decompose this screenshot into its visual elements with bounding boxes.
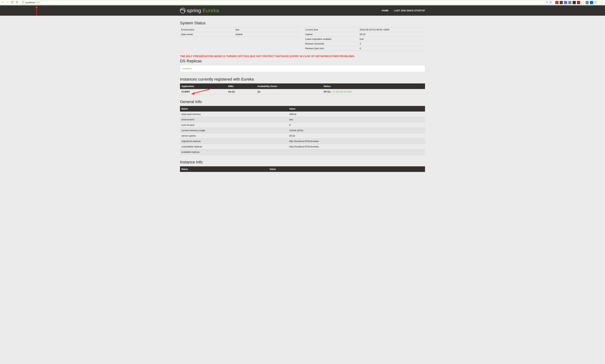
table-row: unavailable-replicashttp://localhost:876…	[180, 144, 425, 149]
svg-point-1	[546, 1, 548, 2]
table-row: CLIENT n/a (1) (1) UP (1) - 10.160.85.16…	[180, 89, 425, 94]
brand-text-spring: spring	[187, 8, 201, 13]
general-info-table: Name Value total-avail-memory495mbenviro…	[180, 106, 425, 155]
browser-chrome-bar: localhost:8761 ⋮	[0, 0, 605, 5]
table-row: total-avail-memory495mb	[180, 112, 425, 117]
th-status: Status	[322, 83, 425, 89]
ext-icon[interactable]	[568, 1, 571, 4]
th-application: Application	[180, 83, 226, 89]
spring-logo-icon	[180, 8, 185, 13]
status-value: test	[234, 27, 301, 32]
table-row: available-replicas	[180, 149, 425, 155]
heading-instance-info: Instance Info	[180, 160, 425, 165]
system-status-left-table: EnvironmenttestData centerdefault	[180, 27, 301, 37]
annotation-arrow	[34, 5, 39, 16]
heading-system-status: System Status	[180, 21, 425, 26]
status-value: true	[359, 37, 425, 41]
cell-value: 495mb	[288, 112, 425, 117]
cell-amis: n/a (1)	[226, 89, 256, 94]
cell-name: environment	[180, 117, 288, 122]
ext-icon[interactable]	[581, 1, 584, 4]
status-value: 2018-06-02T15:48:09 +0800	[359, 27, 425, 32]
cell-name: num-of-cpus	[180, 122, 288, 128]
bookmark-star-icon[interactable]	[549, 1, 552, 4]
address-bar[interactable]: localhost:8761	[21, 0, 553, 4]
table-row: num-of-cpus8	[180, 122, 425, 128]
status-key: Uptime	[304, 32, 359, 37]
heading-ds-replicas: DS Replicas	[180, 59, 425, 64]
cell-value: test	[288, 117, 425, 122]
ds-replicas-box: localhost	[180, 65, 425, 72]
nav-last-1000[interactable]: LAST 1000 SINCE STARTUP	[394, 9, 425, 12]
reload-icon[interactable]	[11, 1, 14, 4]
th-zones: Availability Zones	[256, 83, 322, 89]
self-preservation-warning: THE SELF PRESERVATION MODE IS TURNED OFF…	[180, 55, 425, 58]
status-key: Current time	[304, 27, 359, 32]
cell-name: total-avail-memory	[180, 112, 288, 117]
cell-status: UP (1) - 10.160.85.16:client	[322, 89, 425, 94]
ext-icon[interactable]	[573, 1, 576, 4]
instances-table: Application AMIs Availability Zones Stat…	[180, 83, 425, 94]
svg-point-2	[595, 2, 596, 2]
cell-name: unavailable-replicas	[180, 144, 288, 149]
annotation-arrow	[191, 89, 211, 95]
table-row: environmenttest	[180, 117, 425, 122]
status-key: Lease expiration enabled	[304, 37, 359, 41]
table-row: server-uptime00:02	[180, 133, 425, 139]
cell-value: 314mb (63%)	[288, 128, 425, 133]
th-value: Value	[288, 106, 425, 112]
status-key: Environment	[180, 27, 234, 32]
extensions-tray	[554, 1, 599, 4]
th-amis: AMIs	[226, 83, 256, 89]
instance-link[interactable]: 10.160.85.16:client	[332, 90, 352, 93]
brand-text-eureka: Eureka	[203, 8, 219, 13]
heading-instances: Instances currently registered with Eure…	[180, 77, 425, 82]
replica-link[interactable]: localhost	[182, 67, 192, 70]
instance-info-table: Name Value	[180, 166, 425, 172]
system-status-right-table: Current time2018-06-02T15:48:09 +0800Upt…	[304, 27, 425, 51]
th-name: Name	[180, 166, 268, 172]
settings-gear-icon[interactable]	[594, 1, 597, 4]
table-row: current-memory-usage314mb (63%)	[180, 128, 425, 133]
cell-name: registered-replicas	[180, 139, 288, 144]
cell-name: current-memory-usage	[180, 128, 288, 133]
th-name: Name	[180, 106, 288, 112]
cell-value: http://localhost:8761/eureka/	[288, 139, 425, 144]
site-info-icon[interactable]	[22, 1, 24, 4]
heading-general-info: General Info	[180, 100, 425, 104]
home-icon[interactable]	[15, 1, 18, 4]
ext-icon[interactable]	[586, 1, 589, 4]
status-value: 0	[359, 46, 425, 51]
app-header: spring Eureka HOME LAST 1000 SINCE START…	[0, 6, 605, 16]
cell-value	[288, 149, 425, 155]
status-key: Renews (last min)	[304, 46, 359, 51]
forward-icon	[6, 1, 9, 4]
back-icon[interactable]	[1, 1, 4, 4]
cell-value: 00:02	[288, 133, 425, 139]
ext-icon[interactable]	[577, 1, 580, 4]
ext-icon[interactable]	[564, 1, 567, 4]
status-key: Renews threshold	[304, 41, 359, 46]
cell-name: available-replicas	[180, 149, 288, 155]
nav-home[interactable]: HOME	[382, 9, 389, 12]
status-value: 3	[359, 41, 425, 46]
cell-value: http://localhost:8761/eureka/,	[288, 144, 425, 149]
cell-name: server-uptime	[180, 133, 288, 139]
status-value: default	[234, 32, 301, 37]
ext-icon[interactable]	[555, 1, 558, 4]
table-row: registered-replicashttp://localhost:8761…	[180, 139, 425, 144]
chrome-menu-icon[interactable]: ⋮	[599, 1, 605, 4]
search-address-icon[interactable]	[546, 1, 548, 4]
th-value: Value	[268, 166, 425, 172]
cell-zones: (1)	[256, 89, 322, 94]
address-text: localhost:8761	[26, 1, 40, 4]
status-value: 00:02	[359, 32, 425, 37]
status-key: Data center	[180, 32, 234, 37]
ext-icon[interactable]	[590, 1, 593, 4]
brand[interactable]: spring Eureka	[180, 8, 219, 13]
cell-value: 8	[288, 122, 425, 128]
ext-icon[interactable]	[560, 1, 563, 4]
